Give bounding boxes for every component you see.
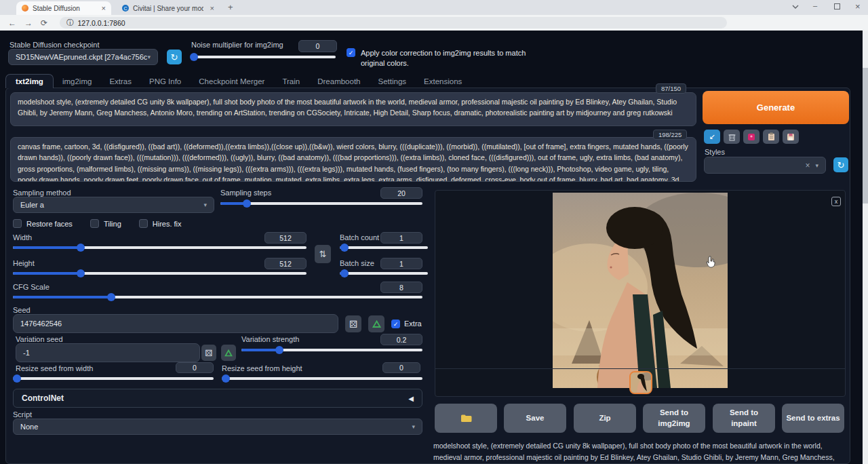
styles-dropdown[interactable]: × ▾ bbox=[704, 157, 826, 174]
clear-prompt-button[interactable] bbox=[724, 130, 740, 144]
tiling-label: Tiling bbox=[104, 220, 121, 228]
reuse-variation-seed-button[interactable] bbox=[221, 345, 236, 361]
resize-seed-width-input[interactable]: 0 bbox=[176, 362, 214, 373]
tab-extensions[interactable]: Extensions bbox=[415, 75, 471, 88]
save-style-button[interactable] bbox=[783, 130, 799, 144]
random-seed-button[interactable]: ⚄ bbox=[345, 315, 361, 332]
accordion-arrow-icon: ◀ bbox=[408, 395, 414, 402]
negative-prompt-textarea[interactable]: canvas frame, cartoon, 3d, ((disfigured)… bbox=[10, 137, 696, 182]
batch-count-slider[interactable] bbox=[340, 246, 428, 249]
chevron-down-icon: ▾ bbox=[203, 201, 207, 208]
window-minimize-button[interactable]: – bbox=[813, 1, 817, 9]
variation-strength-slider[interactable] bbox=[241, 349, 422, 351]
noise-multiplier-input[interactable]: 0 bbox=[298, 40, 337, 52]
tiling-checkbox[interactable] bbox=[90, 219, 99, 228]
width-slider[interactable] bbox=[13, 246, 307, 249]
hand-cursor bbox=[705, 256, 716, 268]
sampling-steps-label: Sampling steps bbox=[220, 189, 271, 197]
sampling-method-dropdown[interactable]: Euler a ▾ bbox=[13, 197, 214, 213]
url-bar[interactable]: ⓘ 127.0.0.1:7860 bbox=[60, 17, 727, 28]
browser-chrome: Stable Diffusion × C Civitai | Share you… bbox=[0, 0, 868, 31]
extra-networks-button[interactable] bbox=[743, 130, 760, 144]
cfg-scale-slider[interactable] bbox=[13, 296, 422, 298]
tab-checkpoint-merger[interactable]: Checkpoint Merger bbox=[190, 75, 273, 88]
window-maximize-button[interactable] bbox=[834, 3, 840, 9]
txt2img-panel: 87/150 modelshoot style, (extremely deta… bbox=[5, 88, 850, 464]
script-dropdown[interactable]: None ▾ bbox=[13, 419, 422, 435]
noise-multiplier-slider[interactable] bbox=[191, 56, 336, 58]
window-chevron-icon[interactable] bbox=[792, 5, 799, 9]
prompt-textarea[interactable]: modelshoot style, (extremely detailed CG… bbox=[10, 92, 696, 126]
send-to-extras-button[interactable]: Send to extras bbox=[782, 404, 844, 433]
script-value: None bbox=[20, 423, 38, 431]
restore-faces-checkbox[interactable] bbox=[13, 219, 22, 228]
tab-title: Stable Diffusion bbox=[33, 5, 95, 12]
variation-seed-input[interactable]: -1 bbox=[16, 343, 200, 362]
cfg-scale-input[interactable]: 8 bbox=[380, 282, 422, 293]
zip-button[interactable]: Zip bbox=[574, 404, 636, 433]
send-to-img2img-button[interactable]: Send to img2img bbox=[643, 404, 705, 433]
send-to-inpaint-button[interactable]: Send to inpaint bbox=[713, 404, 775, 433]
hires-fix-checkbox[interactable] bbox=[139, 219, 148, 228]
seed-input[interactable]: 1476462546 bbox=[13, 314, 338, 333]
tab-close-icon[interactable]: × bbox=[210, 4, 214, 12]
extra-networks-card-icon bbox=[747, 133, 755, 141]
color-correction-checkbox[interactable]: ✓ bbox=[347, 48, 355, 57]
variation-strength-input[interactable]: 0.2 bbox=[380, 334, 422, 345]
reload-icon[interactable]: ⟳ bbox=[41, 18, 47, 28]
tab-dreambooth[interactable]: Dreambooth bbox=[309, 75, 369, 88]
generate-button[interactable]: Generate bbox=[703, 91, 849, 124]
scrollbar-thumb[interactable] bbox=[863, 68, 868, 204]
sampling-steps-slider[interactable] bbox=[220, 202, 422, 205]
batch-count-input[interactable]: 1 bbox=[380, 232, 422, 244]
save-button[interactable]: Save bbox=[504, 404, 566, 433]
page-scrollbar[interactable] bbox=[863, 31, 868, 464]
trash-icon bbox=[728, 133, 736, 141]
folder-icon bbox=[460, 414, 472, 423]
resize-seed-height-input[interactable]: 0 bbox=[382, 362, 420, 373]
width-input[interactable]: 512 bbox=[264, 232, 307, 244]
resize-seed-height-slider[interactable] bbox=[222, 377, 422, 380]
checkpoint-refresh-button[interactable]: ↻ bbox=[167, 50, 182, 64]
open-folder-button[interactable] bbox=[435, 404, 497, 433]
tab-settings[interactable]: Settings bbox=[370, 75, 416, 88]
generated-image[interactable] bbox=[553, 193, 728, 388]
tab-train[interactable]: Train bbox=[273, 75, 309, 88]
paste-generation-params-button[interactable]: ↙ bbox=[704, 130, 720, 144]
refresh-icon: ↻ bbox=[837, 160, 845, 170]
height-input[interactable]: 512 bbox=[264, 258, 307, 269]
swap-width-height-button[interactable]: ⇅ bbox=[315, 245, 331, 263]
paste-arrow-icon: ↙ bbox=[709, 132, 715, 141]
tab-png-info[interactable]: PNG Info bbox=[140, 75, 190, 88]
sampling-steps-input[interactable]: 20 bbox=[380, 187, 422, 199]
styles-refresh-button[interactable]: ↻ bbox=[833, 157, 848, 172]
tab-extras[interactable]: Extras bbox=[100, 75, 140, 88]
clear-styles-icon[interactable]: × bbox=[805, 161, 810, 170]
close-gallery-button[interactable]: x bbox=[831, 197, 841, 206]
apply-style-button[interactable] bbox=[763, 130, 779, 144]
height-slider[interactable] bbox=[13, 272, 307, 275]
batch-size-slider[interactable] bbox=[340, 272, 428, 275]
checkpoint-dropdown[interactable]: SD15NewVAEpruned.ckpt [27a4ac756c] ▾ bbox=[8, 49, 158, 65]
forward-icon[interactable]: → bbox=[24, 18, 33, 28]
new-tab-button[interactable]: + bbox=[228, 2, 233, 12]
checkpoint-label: Stable Diffusion checkpoint bbox=[9, 41, 100, 49]
tab-txt2img[interactable]: txt2img bbox=[5, 74, 54, 88]
tab-img2img[interactable]: img2img bbox=[54, 75, 100, 88]
resize-seed-width-slider[interactable] bbox=[13, 377, 214, 380]
seed-extra-checkbox[interactable]: ✓ bbox=[391, 320, 400, 328]
restore-faces-label: Restore faces bbox=[26, 220, 73, 228]
back-icon[interactable]: ← bbox=[8, 18, 16, 28]
reuse-seed-button[interactable] bbox=[368, 315, 384, 332]
controlnet-accordion[interactable]: ControlNet ◀ bbox=[13, 389, 422, 408]
variation-seed-value: -1 bbox=[23, 349, 30, 357]
gallery-thumbnail[interactable] bbox=[629, 371, 652, 394]
browser-tab-civitai[interactable]: C Civitai | Share your models × bbox=[117, 1, 220, 15]
site-info-icon[interactable]: ⓘ bbox=[66, 18, 74, 28]
resize-seed-height-label: Resize seed from height bbox=[222, 364, 302, 372]
browser-tab-stable-diffusion[interactable]: Stable Diffusion × bbox=[16, 1, 111, 15]
tab-close-icon[interactable]: × bbox=[102, 4, 106, 12]
random-variation-seed-button[interactable]: ⚄ bbox=[201, 345, 216, 361]
batch-size-input[interactable]: 1 bbox=[380, 258, 422, 269]
window-close-button[interactable]: × bbox=[855, 1, 861, 12]
